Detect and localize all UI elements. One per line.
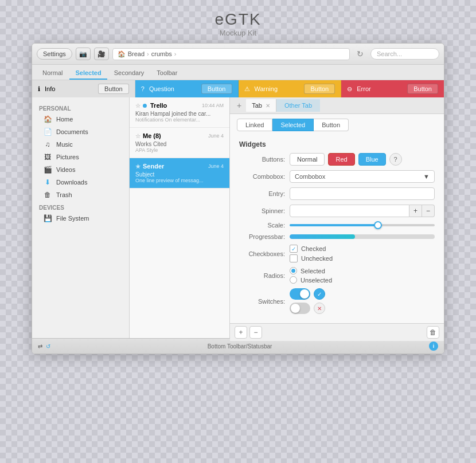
remove-button[interactable]: − xyxy=(249,326,262,339)
refresh-icon: ↺ xyxy=(46,343,50,350)
tab-add-button[interactable]: + xyxy=(232,97,246,113)
tab-selected[interactable]: Selected xyxy=(69,67,107,80)
check-box-unchecked[interactable] xyxy=(290,254,298,262)
email-me[interactable]: ☆ Me (8) June 4 Works Cited APA Style xyxy=(130,128,229,158)
radio-unselected[interactable]: Unselected xyxy=(290,276,435,284)
radio-selected[interactable]: Selected xyxy=(290,267,435,274)
combobox-label: Combobox: xyxy=(239,173,285,180)
downloads-label: Downloads xyxy=(56,179,87,186)
progress-fill xyxy=(290,234,355,239)
selected-label: Selected xyxy=(301,268,325,274)
spinner-minus[interactable]: − xyxy=(422,205,435,217)
sidebar-item-filesystem[interactable]: 💾 File System xyxy=(32,212,129,225)
button-button[interactable]: Button xyxy=(314,119,349,131)
entry-content xyxy=(290,187,435,200)
check-box-checked[interactable]: ✓ xyxy=(290,245,298,253)
statusbar-label: Bottom Toolbar/Statusbar xyxy=(208,343,272,350)
email-sender[interactable]: ★ Sender June 4 Subject One line preview… xyxy=(130,158,229,189)
switch-off[interactable] xyxy=(290,303,310,314)
breadcrumb-sep: › xyxy=(147,50,149,57)
normal-button[interactable]: Normal xyxy=(290,153,325,166)
checkbox-group: ✓ Checked Unchecked xyxy=(290,245,435,262)
question-button[interactable]: Button xyxy=(201,84,232,94)
email-time: June 4 xyxy=(208,163,224,169)
radio-btn-unselected[interactable] xyxy=(290,276,297,284)
home-icon: 🏠 xyxy=(118,50,126,58)
tab-other[interactable]: Other Tab xyxy=(276,99,320,112)
warning-segment: ⚠ Warning Button xyxy=(239,80,342,97)
spinner-field[interactable] xyxy=(290,205,409,217)
scale-label: Scale: xyxy=(239,222,285,229)
refresh-button[interactable]: ↻ xyxy=(353,47,367,61)
info-icon: ℹ xyxy=(38,85,40,93)
camera-button[interactable]: 📷 xyxy=(76,48,91,60)
unselected-label: Unselected xyxy=(301,277,332,284)
delete-button[interactable]: 🗑 xyxy=(427,326,439,339)
star-icon: ☆ xyxy=(135,133,141,139)
red-button[interactable]: Red xyxy=(328,153,354,166)
radios-label: Radios: xyxy=(239,272,285,279)
sidebar-item-home[interactable]: 🏠 Home xyxy=(32,113,129,125)
email-trello[interactable]: ☆ Trello 10:44 AM Kiran Hampal joined th… xyxy=(130,97,229,128)
pictures-icon: 🖼 xyxy=(44,153,52,161)
switch-thumb-on xyxy=(300,289,309,299)
warning-label: Warning xyxy=(255,85,278,92)
scale-thumb[interactable] xyxy=(374,221,382,229)
music-label: Music xyxy=(56,141,73,148)
checkboxes-content: ✓ Checked Unchecked xyxy=(290,245,435,262)
progress-track xyxy=(290,234,435,239)
documents-icon: 📄 xyxy=(44,128,52,136)
settings-button[interactable]: Settings xyxy=(37,48,72,60)
email-subject: Works Cited xyxy=(135,141,224,147)
info-status-icon: i xyxy=(429,342,438,351)
sender-name: Me (8) xyxy=(143,132,161,139)
error-button[interactable]: Button xyxy=(407,84,438,94)
radio-btn-selected[interactable] xyxy=(290,267,297,274)
sidebar-item-pictures[interactable]: 🖼 Pictures xyxy=(32,151,129,163)
tab-main[interactable]: Tab ✕ xyxy=(246,99,276,112)
entry-field[interactable] xyxy=(290,187,435,200)
question-icon: ? xyxy=(141,85,145,92)
sidebar-item-downloads[interactable]: ⬇ Downloads xyxy=(32,176,129,189)
error-segment: ⊖ Error Button xyxy=(341,80,444,97)
sidebar-item-videos[interactable]: 🎬 Videos xyxy=(32,163,129,176)
blue-button[interactable]: Blue xyxy=(358,153,386,166)
sidebar-item-documents[interactable]: 📄 Documents xyxy=(32,125,129,138)
spinner-plus[interactable]: + xyxy=(409,205,422,217)
tab-secondary[interactable]: Secondary xyxy=(108,67,150,80)
switch-thumb-off xyxy=(291,304,300,313)
combobox-row: Combobox: Combobox ▼ xyxy=(239,170,435,183)
scale-track[interactable] xyxy=(290,224,435,226)
widgets-title: Widgets xyxy=(239,140,435,148)
x-icon: ✕ xyxy=(317,305,322,312)
question-button[interactable]: ? xyxy=(389,153,402,166)
tab-normal[interactable]: Normal xyxy=(37,67,68,80)
email-preview: APA Style xyxy=(135,147,224,153)
warning-button[interactable]: Button xyxy=(304,84,335,94)
email-subject: Kiran Hampal joined the car... xyxy=(135,111,224,117)
downloads-icon: ⬇ xyxy=(44,178,52,186)
info-button[interactable]: Button xyxy=(98,84,129,94)
add-button[interactable]: + xyxy=(235,326,247,339)
email-list: ☆ Trello 10:44 AM Kiran Hampal joined th… xyxy=(130,97,230,338)
unread-dot xyxy=(143,104,147,108)
scale-row: Scale: xyxy=(239,222,435,229)
info-segment: ℹ Info Button xyxy=(32,80,135,97)
linked-button[interactable]: Linked xyxy=(237,119,272,131)
switch-on[interactable] xyxy=(290,288,310,300)
tabs-bar: + Tab ✕ Other Tab xyxy=(230,97,444,114)
tab-close-icon[interactable]: ✕ xyxy=(266,103,270,109)
error-label: Error xyxy=(357,85,370,92)
video-button[interactable]: 🎥 xyxy=(94,48,109,60)
unchecked-label: Unchecked xyxy=(301,255,333,262)
search-input[interactable]: Search... xyxy=(370,48,439,60)
combobox-content: Combobox ▼ xyxy=(290,170,435,183)
combobox[interactable]: Combobox ▼ xyxy=(290,170,435,183)
sidebar-item-music[interactable]: ♫ Music xyxy=(32,138,129,151)
checkbox-unchecked[interactable]: Unchecked xyxy=(290,254,435,262)
music-icon: ♫ xyxy=(44,140,52,148)
checkbox-checked[interactable]: ✓ Checked xyxy=(290,245,435,253)
selected-button[interactable]: Selected xyxy=(272,119,314,131)
tab-toolbar[interactable]: Toolbar xyxy=(151,67,183,80)
sidebar-item-trash[interactable]: 🗑 Trash xyxy=(32,189,129,201)
